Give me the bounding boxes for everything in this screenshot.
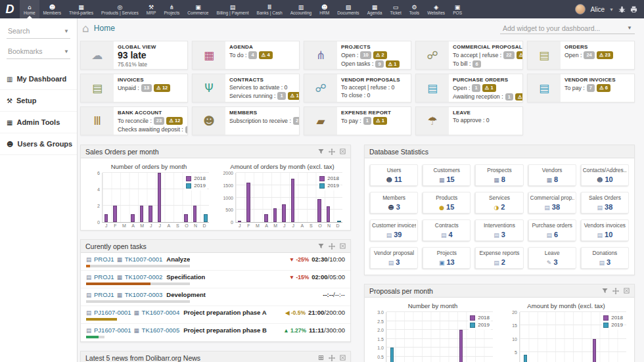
document-icon: ▤ [388, 260, 394, 266]
task-ref-link[interactable]: TK1007-0003 [125, 291, 163, 298]
nav-item-accounting[interactable]: ▥Accounting [287, 0, 316, 18]
project-link[interactable]: PROJ1 [94, 256, 114, 263]
stat-purchase-orders[interactable]: Purchase orders▤6 [528, 219, 576, 241]
filter-icon[interactable] [318, 148, 324, 154]
project-link[interactable]: PJ1607-0001 [94, 309, 131, 316]
bug-report-icon[interactable] [618, 6, 626, 13]
filter-icon[interactable] [318, 243, 324, 249]
nav-item-commerce[interactable]: ▣Commerce [183, 0, 212, 18]
kpi-projects[interactable]: ⋔PROJECTSOpen : 10⚠ 2Open tasks : 9⚠ 1 [304, 41, 411, 70]
avatar[interactable] [575, 4, 586, 14]
kpi-commercial-proposals[interactable]: ☍COMMERCIAL PROPOSALSTo accept | refuse … [415, 41, 523, 70]
stat-vendor-proposal[interactable]: Vendor proposal▤3 [370, 247, 418, 269]
user-menu[interactable]: Alice [590, 6, 605, 13]
task-ref-link[interactable]: TK1007-0002 [125, 273, 163, 281]
task-row: ▤PROJ1▦TK1007-0002Specification▼ -15%02:… [81, 271, 350, 288]
stat-donations[interactable]: Donations▤3 [581, 247, 629, 269]
dolibarr-logo[interactable]: D [0, 0, 20, 18]
stat-leave[interactable]: Leave✎3 [528, 247, 576, 269]
stat-members[interactable]: Members☻3 [370, 192, 418, 214]
close-icon[interactable] [340, 148, 346, 154]
kpi-bank-account[interactable]: ⅢBANK ACCOUNTTo reconcile : 23⚠ 12Checks… [80, 106, 188, 135]
stat-services[interactable]: Services◑2 [475, 192, 523, 214]
nav-item-members[interactable]: ☻Members [39, 0, 65, 18]
y-axis-tick: 15 [512, 323, 517, 328]
nav-item-third-parties[interactable]: ▦Third-parties [65, 0, 97, 18]
nav-item-ticket[interactable]: ▭Ticket [386, 0, 405, 18]
kpi-vendor-invoices[interactable]: ▤VENDOR INVOICESTo pay : 7⚠ 6 [527, 74, 635, 102]
nav-item-banks-cash[interactable]: ⅢBanks | Cash [253, 0, 287, 18]
nav-item-agenda[interactable]: ▦Agenda [363, 0, 386, 18]
move-icon[interactable] [329, 355, 335, 361]
kpi-line: Services running : 1⚠ 1 [229, 92, 295, 100]
stat-interventions[interactable]: Interventions▤3 [475, 219, 523, 241]
stat-value: ☻10 [583, 175, 627, 183]
nav-item-websites[interactable]: ◈Websites [423, 0, 449, 18]
stat-customer-invoices[interactable]: Customer invoices▤39 [370, 219, 418, 241]
kpi-orders[interactable]: ▤ORDERSOpen : 24⚠ 23 [527, 41, 635, 70]
kpi-invoices[interactable]: ▤INVOICESUnpaid : 13⚠ 12 [80, 74, 188, 102]
bookmarks-select[interactable]: Bookmarks ▼ [7, 45, 70, 59]
project-icon: ▤ [86, 292, 91, 298]
add-widget-select[interactable]: Add widget to your dashboard... ▼ [500, 23, 635, 34]
stat-number: 2 [501, 258, 505, 266]
move-icon[interactable] [329, 148, 335, 155]
task-ref-link[interactable]: TK1007-0001 [125, 256, 163, 263]
task-ref-link[interactable]: TK1607-0004 [142, 309, 180, 316]
sidebar-item-users-groups[interactable]: ☻Users & Groups [0, 133, 77, 155]
sidebar-item-my-dashboard[interactable]: ▥My Dashboard [0, 68, 77, 90]
stat-contracts[interactable]: Contracts▤4 [423, 219, 471, 241]
stat-projects[interactable]: Projects▣13 [423, 247, 471, 269]
stat-vendors-invoices[interactable]: Vendors invoices▤10 [581, 219, 629, 241]
kpi-expense-report[interactable]: ▰EXPENSE REPORTTo pay : 1⚠ 1 [304, 106, 411, 135]
close-icon[interactable] [624, 288, 630, 294]
stat-expense-reports[interactable]: Expense reports▤2 [475, 247, 523, 269]
project-link[interactable]: PJ1607-0001 [94, 327, 131, 334]
stat-prospects[interactable]: Prospects▦8 [475, 164, 523, 186]
kpi-purchase-orders[interactable]: ▤PURCHASE ORDERSOpen : 1⚠ 1Awaiting rece… [415, 74, 523, 102]
task-progress [86, 336, 345, 338]
print-icon[interactable] [630, 6, 637, 13]
move-icon[interactable] [329, 243, 335, 250]
kpi-leave[interactable]: ☂LEAVETo approve : 0 [415, 106, 523, 135]
stat-products[interactable]: Products●15 [423, 192, 471, 214]
project-link[interactable]: PROJ1 [94, 273, 114, 281]
warning-badge: ⚠ 2 [373, 51, 387, 59]
nav-item-hrm[interactable]: ☻HRM [315, 0, 333, 18]
kpi-agenda[interactable]: ▦AGENDATo do : 4⚠ 4 [192, 41, 300, 70]
project-link[interactable]: PROJ1 [94, 291, 114, 298]
breadcrumb[interactable]: Home [94, 24, 115, 33]
move-icon[interactable] [612, 288, 619, 294]
nav-item-pos[interactable]: ▣POS [449, 0, 466, 18]
stat-commercial-prop[interactable]: Commercial prop...▤38 [528, 192, 576, 214]
sidebar-item-setup[interactable]: ⚒Setup [0, 90, 77, 112]
filter-icon[interactable] [602, 288, 608, 294]
kpi-contracts[interactable]: ΨCONTRACTSServices to activate : 0Servic… [192, 74, 300, 102]
nav-item-billing-payment[interactable]: ▤Billing | Payment [213, 0, 253, 18]
close-icon[interactable] [340, 355, 346, 361]
sidebar-item-admin-tools[interactable]: ▦Admin Tools [0, 112, 77, 133]
close-icon[interactable] [340, 243, 346, 249]
stat-customers[interactable]: Customers▦15 [423, 164, 471, 186]
chevron-down-icon[interactable]: ▼ [609, 7, 614, 12]
stat-vendors[interactable]: Vendors▦8 [528, 164, 576, 186]
grid-icon[interactable] [318, 355, 324, 361]
nav-item-tools[interactable]: ⚙Tools [405, 0, 423, 18]
nav-item-home[interactable]: ⌂Home [20, 0, 39, 18]
panel-header: Database Statistics [365, 145, 634, 158]
nav-item-documents[interactable]: ▧Documents [333, 0, 363, 18]
kpi-vendor-proposals[interactable]: ☍VENDOR PROPOSALSTo accept | refuse : 0T… [304, 74, 411, 102]
nav-item-label: Home [24, 11, 35, 16]
stat-contacts-addres[interactable]: Contacts/Addres...☻10 [581, 164, 629, 186]
stat-users[interactable]: Users☻11 [370, 164, 418, 186]
task-ref-link[interactable]: TK1607-0005 [142, 327, 180, 334]
kpi-members[interactable]: ☻MEMBERSSubscription to receive : 2⚠ 2 [192, 106, 300, 135]
nav-item-mrp[interactable]: ⚒MRP [143, 0, 160, 18]
count-badge: 7 [587, 84, 595, 92]
nav-item-products-services[interactable]: ◎Products | Services [97, 0, 143, 18]
search-select[interactable]: Search ▼ [7, 25, 70, 39]
kpi-global-view[interactable]: ☁GLOBAL VIEW93 late75.61% late [80, 41, 188, 70]
nav-item-label: Websites [427, 11, 445, 16]
stat-sales-orders[interactable]: Sales Orders▤38 [581, 192, 629, 214]
nav-item-projects[interactable]: ⋔Projects [160, 0, 183, 18]
